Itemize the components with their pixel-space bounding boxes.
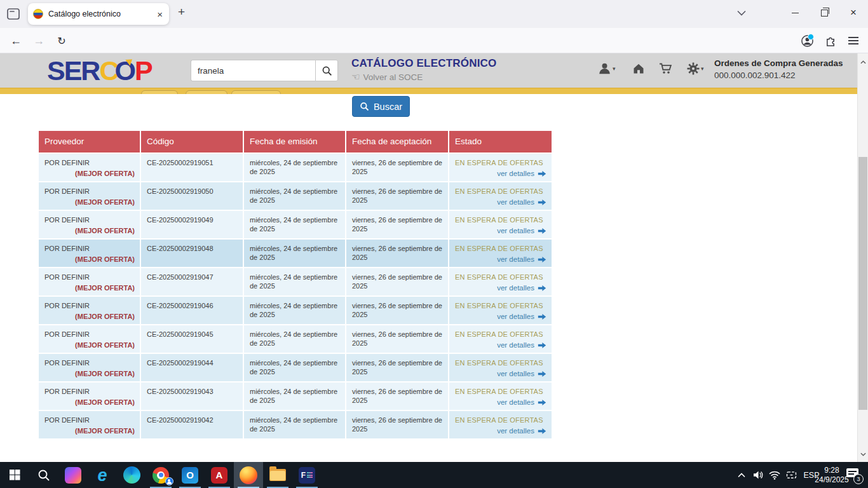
scroll-down-icon[interactable]	[858, 449, 868, 459]
taskbar-search-icon[interactable]	[29, 462, 58, 488]
cell-fecha-aceptacion: viernes, 26 de septiembre de 2025	[346, 354, 449, 381]
page-title: CATÁLOGO ELECTRÓNICO	[351, 57, 496, 70]
outlook-icon[interactable]: O	[175, 462, 205, 488]
cell-codigo: CE-20250002919049	[141, 211, 244, 238]
cell-estado: EN ESPERA DE OFERTAS ver detalles	[449, 325, 552, 353]
cell-estado: EN ESPERA DE OFERTAS ver detalles	[449, 268, 552, 295]
arrow-right-icon	[538, 170, 546, 177]
ver-detalles-link[interactable]: ver detalles	[497, 426, 534, 435]
catalog-search-input[interactable]	[191, 60, 315, 81]
user-caret-icon: ▾	[613, 65, 616, 72]
ver-detalles-link[interactable]: ver detalles	[497, 341, 534, 349]
cell-estado: EN ESPERA DE OFERTAS ver detalles	[449, 383, 552, 410]
arrow-right-icon	[538, 285, 546, 292]
ver-detalles-link[interactable]: ver detalles	[497, 312, 534, 321]
arrow-right-icon	[538, 256, 546, 263]
provider-text: POR DEFINIR	[44, 416, 135, 424]
column-header-estado: Estado	[449, 131, 552, 152]
window-close-button[interactable]: ×	[839, 0, 868, 25]
page-content: Buscar Proveedor Código Fecha de emisión…	[0, 94, 857, 462]
copilot-icon[interactable]	[58, 462, 88, 488]
file-explorer-icon[interactable]	[263, 462, 292, 488]
display-connect-icon[interactable]	[783, 462, 799, 488]
cell-fecha-aceptacion: viernes, 26 de septiembre de 2025	[346, 411, 449, 438]
wifi-icon[interactable]	[766, 462, 783, 488]
firefox-icon[interactable]	[234, 462, 263, 488]
ver-detalles-link[interactable]: ver detalles	[497, 369, 534, 378]
settings-gear-icon[interactable]: ▾	[687, 62, 704, 75]
cell-fecha-emision: miércoles, 24 de septiembre de 2025	[244, 240, 346, 267]
minimize-button[interactable]	[780, 0, 810, 25]
orders-table: Proveedor Código Fecha de emisión Fecha …	[39, 131, 552, 440]
cell-proveedor: POR DEFINIR (MEJOR OFERTA)	[39, 354, 141, 381]
edge-icon[interactable]	[117, 462, 146, 488]
cell-proveedor: POR DEFINIR (MEJOR OFERTA)	[39, 383, 141, 410]
sercop-header: SERCOP CATÁLOGO ELECTRÓNICO ☜ Volver al …	[0, 53, 868, 88]
chrome-icon[interactable]	[146, 462, 175, 488]
cell-estado: EN ESPERA DE OFERTAS ver detalles	[449, 297, 552, 324]
acrobat-icon[interactable]: A	[205, 462, 234, 488]
notification-center-icon[interactable]: 3	[840, 462, 868, 488]
status-text: EN ESPERA DE OFERTAS	[455, 244, 546, 253]
chrome-profile-badge	[165, 477, 173, 485]
cell-fecha-emision: miércoles, 24 de septiembre de 2025	[244, 268, 346, 295]
cell-codigo: CE-20250002919048	[141, 240, 244, 267]
browser-tab[interactable]: Catálogo electrónico ×	[28, 3, 169, 25]
ver-detalles-link[interactable]: ver detalles	[497, 255, 534, 264]
cell-proveedor: POR DEFINIR (MEJOR OFERTA)	[39, 154, 141, 181]
cell-fecha-emision: miércoles, 24 de septiembre de 2025	[244, 154, 346, 181]
restore-button[interactable]	[810, 0, 839, 25]
reload-button[interactable]: ↻	[51, 28, 72, 53]
volume-icon[interactable]	[750, 462, 766, 488]
tray-chevron-up-icon[interactable]	[733, 462, 750, 488]
home-icon[interactable]	[632, 62, 645, 75]
status-text: EN ESPERA DE OFERTAS	[455, 273, 546, 281]
cell-codigo: CE-20250002919044	[141, 354, 244, 381]
cell-estado: EN ESPERA DE OFERTAS ver detalles	[449, 211, 552, 238]
hamburger-menu-icon[interactable]	[843, 28, 864, 53]
account-icon[interactable]	[796, 28, 818, 53]
firefox-view-icon[interactable]	[6, 6, 21, 22]
scrollbar-thumb[interactable]	[858, 157, 867, 410]
orders-label: Ordenes de Compra Generadas	[714, 57, 851, 69]
table-row: POR DEFINIR (MEJOR OFERTA) CE-2025000291…	[39, 297, 552, 324]
ver-detalles-link[interactable]: ver detalles	[497, 198, 534, 207]
tab-close-icon[interactable]: ×	[156, 9, 164, 20]
catalog-search-button[interactable]	[315, 60, 338, 81]
cart-icon[interactable]	[659, 62, 673, 75]
cell-fecha-aceptacion: viernes, 26 de septiembre de 2025	[346, 383, 449, 410]
table-row: POR DEFINIR (MEJOR OFERTA) CE-2025000291…	[39, 182, 552, 210]
clock[interactable]: 9:28 24/9/2025	[824, 462, 840, 488]
provider-text: POR DEFINIR	[44, 244, 135, 253]
volver-al-soce-link[interactable]: ☜ Volver al SOCE	[351, 71, 423, 83]
scroll-up-icon[interactable]	[858, 57, 868, 67]
cell-codigo: CE-20250002919046	[141, 297, 244, 324]
tab-list-chevron-icon[interactable]	[732, 0, 751, 25]
column-header-proveedor: Proveedor	[39, 131, 141, 152]
table-body: POR DEFINIR (MEJOR OFERTA) CE-2025000291…	[39, 154, 552, 438]
status-text: EN ESPERA DE OFERTAS	[455, 330, 546, 339]
logo-ser: SER	[47, 55, 99, 86]
extensions-puzzle-icon[interactable]	[820, 28, 841, 53]
cell-codigo: CE-20250002919045	[141, 325, 244, 353]
tab-title: Catálogo electrónico	[48, 10, 156, 18]
cell-fecha-aceptacion: viernes, 26 de septiembre de 2025	[346, 240, 449, 267]
fesc-app-icon[interactable]: F	[292, 462, 322, 488]
page-scrollbar[interactable]	[857, 53, 868, 462]
ver-detalles-link[interactable]: ver detalles	[497, 226, 534, 235]
ver-detalles-link[interactable]: ver detalles	[497, 283, 534, 292]
start-button[interactable]	[0, 462, 29, 488]
internet-explorer-icon[interactable]: e	[88, 462, 117, 488]
back-button[interactable]: ←	[5, 28, 27, 53]
mejor-oferta-text: (MEJOR OFERTA)	[44, 226, 135, 235]
buscar-button[interactable]: Buscar	[352, 96, 410, 117]
ver-detalles-link[interactable]: ver detalles	[497, 169, 534, 178]
ver-detalles-link[interactable]: ver detalles	[497, 398, 534, 407]
orders-summary: Ordenes de Compra Generadas 000.000.002.…	[714, 57, 851, 81]
cell-fecha-emision: miércoles, 24 de septiembre de 2025	[244, 211, 346, 238]
user-menu-icon[interactable]: ▾	[598, 62, 616, 75]
new-tab-button[interactable]: +	[178, 5, 185, 19]
cell-fecha-emision: miércoles, 24 de septiembre de 2025	[244, 182, 346, 210]
gold-divider-bar	[0, 88, 857, 94]
logo-p: P	[135, 55, 152, 86]
